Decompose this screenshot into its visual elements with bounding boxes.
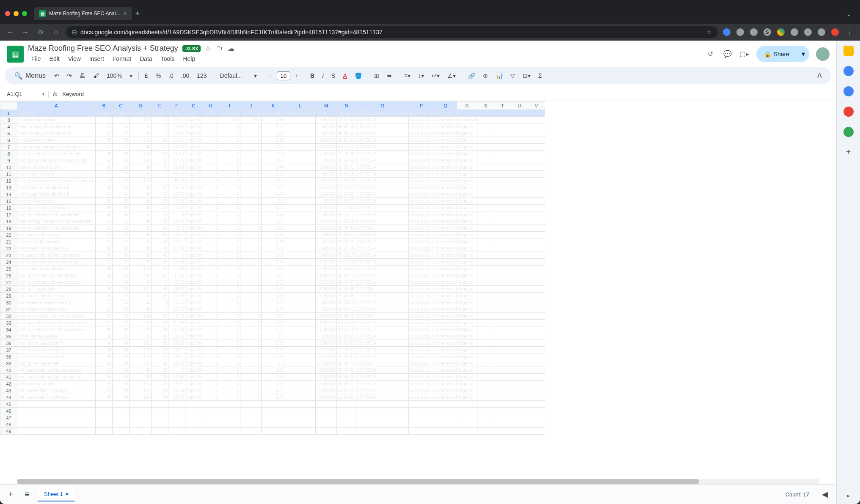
cell[interactable]: 21,50,35,21	[337, 293, 356, 299]
cell[interactable]: Local pack, Image pack, Site	[409, 238, 434, 245]
cell[interactable]: 39	[152, 326, 168, 333]
cell[interactable]	[511, 401, 528, 408]
cell[interactable]	[528, 347, 545, 353]
cell[interactable]	[477, 191, 494, 198]
cell[interactable]: 0	[219, 299, 240, 306]
cell[interactable]	[285, 211, 316, 218]
cell[interactable]: 600000	[316, 299, 337, 306]
cell[interactable]: 0	[202, 387, 219, 394]
col-header-B[interactable]: B	[96, 101, 113, 110]
cell[interactable]: 0	[202, 374, 219, 381]
cell[interactable]: Local pack, Image pack, Site	[409, 306, 434, 313]
cell[interactable]	[477, 333, 494, 340]
cell[interactable]: 77	[96, 171, 113, 178]
cell[interactable]: 26	[96, 293, 113, 299]
cell[interactable]: Organic	[457, 306, 477, 313]
cell[interactable]: roof repair fort lauderdale fl	[17, 191, 96, 198]
cell[interactable]	[285, 144, 316, 151]
cell[interactable]: 42,33,66,33	[337, 286, 356, 293]
cell[interactable]: 22/7/2024	[356, 367, 409, 374]
cell[interactable]: 0	[219, 306, 240, 313]
filter-button[interactable]: ▽	[507, 70, 518, 82]
cell[interactable]	[285, 130, 316, 137]
cell[interactable]	[511, 144, 528, 151]
row-header[interactable]: 40	[0, 367, 17, 374]
cell[interactable]: 2130000	[316, 367, 337, 374]
cell[interactable]	[494, 313, 511, 320]
cell[interactable]: 7	[152, 178, 168, 184]
cell[interactable]	[477, 238, 494, 245]
cell[interactable]: 110	[130, 387, 152, 394]
strikethrough-button[interactable]: S	[328, 70, 339, 82]
cell[interactable]: 25	[152, 374, 168, 381]
cell[interactable]	[528, 394, 545, 401]
row-header[interactable]: 18	[0, 218, 17, 225]
cell[interactable]: metal roofing fort lauderdale	[17, 130, 96, 137]
cell[interactable]: commercial	[434, 374, 457, 381]
cell[interactable]: 40	[130, 279, 152, 286]
cell[interactable]: commercial	[434, 320, 457, 326]
cell[interactable]: Local pack, Sitelinks, Review	[409, 313, 434, 320]
cell[interactable]: 27/7/2024	[356, 191, 409, 198]
cell[interactable]: https://ma	[185, 340, 202, 347]
cell[interactable]	[316, 428, 337, 435]
cell[interactable]: 90	[130, 144, 152, 151]
cell[interactable]	[219, 401, 240, 408]
cell[interactable]: 0.35	[262, 340, 285, 347]
cell[interactable]: 27/7/2024	[356, 374, 409, 381]
cell[interactable]: 23	[152, 137, 168, 144]
cell[interactable]: 0	[202, 218, 219, 225]
cell[interactable]	[96, 428, 113, 435]
cell[interactable]: https://ma	[185, 299, 202, 306]
cell[interactable]	[477, 394, 494, 401]
cell[interactable]: 32	[113, 272, 130, 279]
cell[interactable]: commercial	[434, 387, 457, 394]
cell[interactable]: roof repairs fort lauderdale	[17, 245, 96, 252]
cell[interactable]	[511, 184, 528, 191]
cell[interactable]: 17/7/2024	[356, 347, 409, 353]
cell[interactable]	[528, 157, 545, 164]
cell[interactable]: commercial	[434, 259, 457, 266]
cell[interactable]: commercial	[434, 394, 457, 401]
cell[interactable]: commercial	[434, 381, 457, 387]
cell[interactable]	[477, 414, 494, 421]
cell[interactable]: 0	[202, 232, 219, 238]
cell[interactable]: roofing fort lauderdale fl	[17, 340, 96, 347]
percent-button[interactable]: %	[152, 70, 164, 82]
cell[interactable]: 8,8,5,5,3	[337, 144, 356, 151]
cell[interactable]	[494, 117, 511, 123]
cell[interactable]: 27/7/2024	[356, 387, 409, 394]
cell[interactable]: Local pack, Image pack, Site	[409, 394, 434, 401]
cell[interactable]: Local pack, Sitelinks, Review	[409, 272, 434, 279]
cell[interactable]: 0.47	[262, 326, 285, 333]
cell[interactable]: 32	[113, 225, 130, 232]
cell[interactable]: 0	[240, 157, 262, 164]
cell[interactable]: https://ma	[185, 137, 202, 144]
cell[interactable]: 6,6,34,15,1	[337, 211, 356, 218]
cell[interactable]: 8790000	[316, 286, 337, 293]
cell[interactable]	[409, 401, 434, 408]
cell[interactable]: 0.47	[262, 191, 285, 198]
col-header-M[interactable]: M	[316, 101, 337, 110]
row-header[interactable]: 48	[0, 421, 17, 428]
cell[interactable]: 0	[240, 178, 262, 184]
cell[interactable]	[96, 421, 113, 428]
row-header[interactable]: 32	[0, 313, 17, 320]
cell[interactable]: 18.14	[168, 151, 185, 157]
ext-icon[interactable]: S	[764, 28, 771, 36]
cell[interactable]: 16.09	[168, 144, 185, 151]
cell[interactable]: 35	[96, 137, 113, 144]
cell[interactable]: Local pack, Sitelinks, Review	[409, 259, 434, 266]
bookmark-icon[interactable]: ☆	[706, 29, 712, 36]
row-header[interactable]: 44	[0, 394, 17, 401]
cell[interactable]	[168, 428, 185, 435]
cell[interactable]: 140	[130, 178, 152, 184]
cell[interactable]	[457, 408, 477, 414]
cell[interactable]: 7,42,53,34	[337, 205, 356, 211]
cell[interactable]: 2	[152, 306, 168, 313]
star-icon[interactable]: ☆	[205, 44, 211, 52]
cell[interactable]: 0.6	[262, 360, 285, 367]
cell[interactable]: 0.47	[262, 394, 285, 401]
cell[interactable]: 15,6,58,28	[337, 340, 356, 347]
col-header-O[interactable]: O	[356, 101, 409, 110]
